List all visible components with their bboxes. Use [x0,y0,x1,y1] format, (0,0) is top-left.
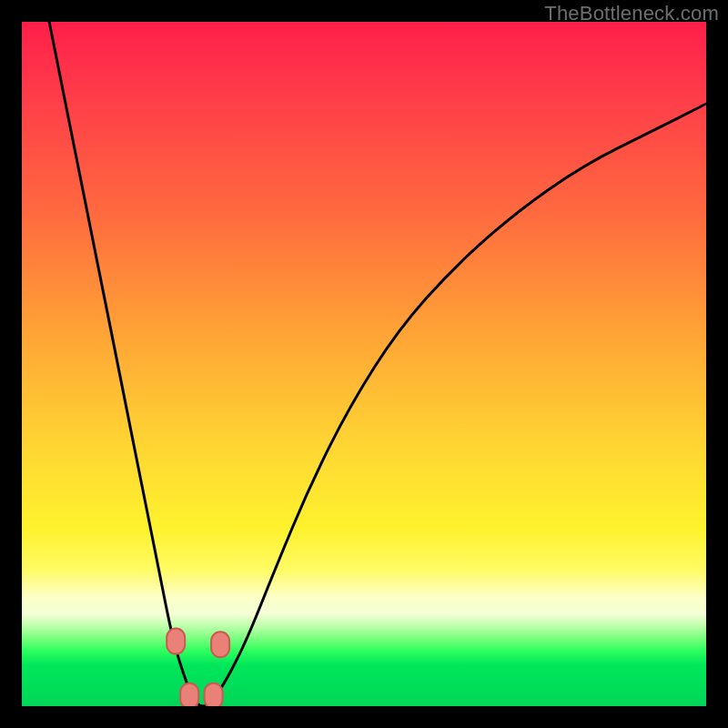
trough-markers [167,629,229,706]
trough-marker-right-upper [211,632,229,657]
chart-frame: TheBottleneck.com [0,0,728,728]
plot-area [22,22,706,706]
bottleneck-curve [49,22,706,706]
trough-marker-left-upper [167,629,185,654]
curve-layer [22,22,706,706]
trough-marker-left-lower [180,683,198,706]
trough-marker-right-lower [205,683,223,706]
